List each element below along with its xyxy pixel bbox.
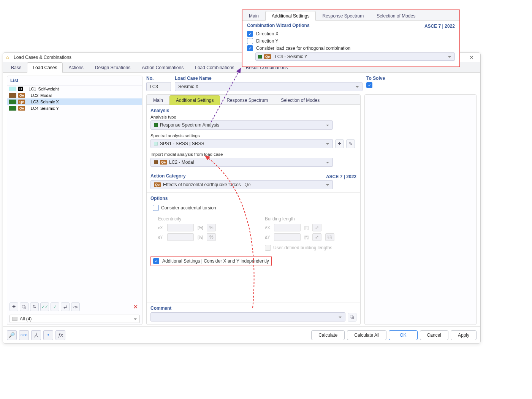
innertab-response-spectrum[interactable]: Response Spectrum	[220, 95, 274, 105]
list-item-lc2[interactable]: Qe LC2 Modal	[7, 92, 142, 98]
list-item-lc1[interactable]: D LC1 Self-weight	[7, 86, 142, 92]
badge-qe: Qe	[18, 106, 25, 111]
diry-checkbox[interactable]	[247, 38, 253, 44]
sort-icon[interactable]: ⇅	[30, 302, 39, 311]
innertab-selection-modes[interactable]: Selection of Modes	[274, 95, 326, 105]
tab-base[interactable]: Base	[5, 62, 27, 73]
popout-standard: ASCE 7 | 2022	[424, 24, 455, 29]
addsettings-label: Additional Settings | Consider X and Y i…	[162, 258, 269, 264]
filter-dropdown[interactable]: All (4)	[10, 315, 140, 323]
dx-pick-button[interactable]: ⤢	[312, 224, 321, 231]
inner-tabrow: Main Additional Settings Response Spectr…	[147, 95, 360, 105]
cancel-button[interactable]: Cancel	[420, 330, 448, 340]
ecc-header: Eccentricity	[158, 216, 250, 222]
spectral-dropdown[interactable]: SPS1 - SRSS | SRSS	[150, 139, 333, 148]
dirx-checkbox[interactable]	[247, 31, 253, 37]
tab-load-cases[interactable]: Load Cases	[27, 62, 63, 73]
units-icon[interactable]: 0.00	[19, 330, 29, 340]
filter-swatch	[12, 317, 17, 321]
preview-panel	[364, 94, 477, 325]
popout-tabrow: Main Additional Settings Response Spectr…	[242, 10, 459, 21]
ex-input[interactable]	[167, 224, 194, 231]
tab-design-situations[interactable]: Design Situations	[89, 62, 136, 73]
lc-name: Self-weight	[38, 87, 141, 91]
tab-action-combinations[interactable]: Action Combinations	[136, 62, 189, 73]
name-input[interactable]: Seismic X	[175, 82, 363, 91]
renumber-icon[interactable]: ⇄	[61, 302, 70, 311]
edit-spectral-icon[interactable]: ✎	[346, 139, 355, 148]
name-label: Load Case Name	[175, 76, 363, 81]
popout-tab-additional[interactable]: Additional Settings	[265, 11, 316, 21]
lc-id: LC1	[25, 87, 36, 91]
userdef-label: User-defined building lengths	[273, 245, 332, 250]
copy-icon[interactable]: ⿻	[20, 302, 28, 311]
comment-input[interactable]	[150, 312, 345, 321]
import-swatch	[154, 160, 158, 164]
uncheck-icon[interactable]: ✓	[51, 302, 59, 311]
badge-qe: Qe	[264, 54, 271, 59]
innertab-main[interactable]: Main	[147, 95, 169, 105]
tab-load-combinations[interactable]: Load Combinations	[189, 62, 240, 73]
reorder-icon[interactable]: 2↕6	[71, 302, 80, 311]
struct-icon[interactable]: 人	[31, 330, 41, 340]
calculate-all-button[interactable]: Calculate All	[347, 330, 386, 340]
calculate-button[interactable]: Calculate	[311, 330, 345, 340]
import-dropdown[interactable]: Qe LC2 - Modal	[150, 158, 333, 167]
ok-button[interactable]: OK	[389, 330, 417, 340]
analysis-type-value: Response Spectrum Analysis	[160, 122, 219, 128]
popout-tab-modes[interactable]: Selection of Modes	[370, 11, 422, 21]
tosolve-label: To Solve	[366, 76, 477, 81]
tosolve-checkbox[interactable]	[366, 82, 372, 88]
lc4-dropdown[interactable]: Qe LC4 - Seismic Y	[255, 52, 455, 61]
dot-icon[interactable]: •	[43, 330, 53, 340]
ex-pct-button[interactable]: %	[207, 224, 216, 231]
dx-input[interactable]	[274, 224, 301, 231]
additional-settings-callout: Additional Settings | Consider X and Y i…	[150, 256, 272, 266]
analysis-swatch	[154, 123, 158, 127]
innertab-additional-settings[interactable]: Additional Settings	[169, 95, 220, 105]
new-spectral-icon[interactable]: ✚	[335, 139, 344, 148]
filter-label: All (4)	[20, 316, 32, 321]
popout-tab-response[interactable]: Response Spectrum	[316, 11, 370, 21]
consider-checkbox[interactable]	[247, 45, 253, 51]
apply-button[interactable]: Apply	[451, 330, 477, 340]
consider-label: Consider load case for orthogonal combin…	[256, 46, 350, 51]
delete-icon[interactable]: ✕	[131, 302, 140, 311]
fx-icon[interactable]: ƒx	[55, 330, 65, 340]
badge-d: D	[18, 87, 23, 91]
list-item-lc3[interactable]: Qe LC3 Seismic X	[7, 98, 142, 105]
action-cat-dropdown[interactable]: Qe Effects of horizontal earthquake forc…	[150, 180, 333, 189]
list-item-lc4[interactable]: Qe LC4 Seismic Y	[7, 105, 142, 111]
close-button[interactable]: ✕	[463, 53, 480, 62]
ey-pct-button[interactable]: %	[207, 233, 216, 241]
dy-input[interactable]	[274, 233, 301, 241]
torsion-label: Consider accidental torsion	[161, 205, 216, 211]
options-header: Options	[150, 196, 356, 201]
tab-actions[interactable]: Actions	[63, 62, 89, 73]
copy-lengths-button[interactable]: ⿻	[325, 233, 334, 241]
torsion-checkbox[interactable]	[153, 205, 159, 211]
detail-panel: No. LC3 Load Case Name Seismic X To Solv…	[146, 76, 477, 325]
dirx-label: Direction X	[256, 31, 279, 36]
comment-header: Comment	[150, 306, 356, 311]
app-icon: ⌂	[6, 55, 11, 60]
ey-label: eY	[158, 235, 165, 239]
addsettings-checkbox[interactable]	[153, 258, 159, 264]
popout-tab-main[interactable]: Main	[242, 11, 265, 21]
analysis-type-dropdown[interactable]: Response Spectrum Analysis	[150, 120, 333, 130]
new-icon[interactable]: ✚	[10, 302, 18, 311]
help-icon[interactable]: 🔎	[7, 330, 17, 340]
no-input[interactable]: LC3	[146, 82, 171, 91]
color-swatch	[9, 106, 16, 111]
ey-input[interactable]	[167, 233, 194, 241]
dy-pick-button[interactable]: ⤢	[312, 233, 321, 241]
comment-library-icon[interactable]: ⿻	[348, 313, 356, 321]
name-value: Seismic X	[178, 84, 198, 89]
spectral-label: Spectral analysis settings	[150, 133, 356, 138]
no-label: No.	[146, 76, 171, 81]
action-cat-suffix: Qe	[245, 182, 251, 187]
userdef-checkbox	[265, 245, 271, 251]
check-icon[interactable]: ✓✓	[40, 302, 49, 311]
import-value: LC2 - Modal	[169, 160, 194, 165]
badge-qe: Qe	[154, 182, 161, 187]
